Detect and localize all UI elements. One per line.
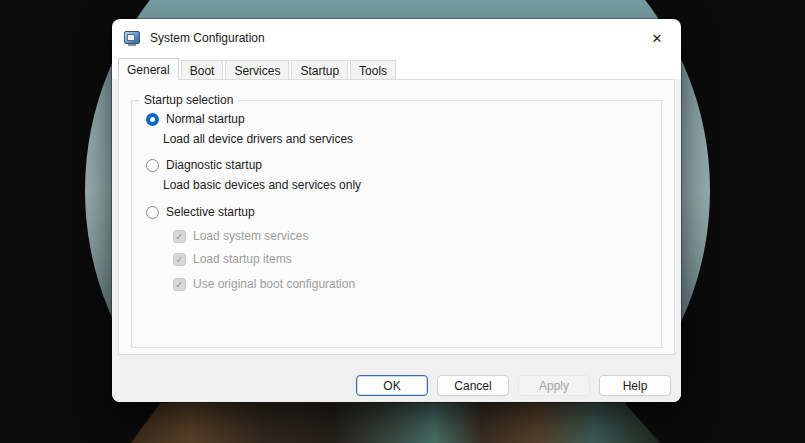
cancel-button[interactable]: Cancel <box>437 375 509 396</box>
radio-diagnostic-startup-label: Diagnostic startup <box>166 158 262 172</box>
help-button[interactable]: Help <box>599 375 671 396</box>
checkbox-checked-disabled-icon: ✓ <box>173 230 186 243</box>
radio-unselected-icon <box>146 206 159 219</box>
tab-boot[interactable]: Boot <box>181 60 224 79</box>
radio-unselected-icon <box>146 159 159 172</box>
tab-general[interactable]: General <box>118 58 179 80</box>
tab-tools[interactable]: Tools <box>350 60 396 79</box>
close-icon: ✕ <box>652 31 663 46</box>
normal-startup-description: Load all device drivers and services <box>163 132 661 146</box>
radio-selected-icon <box>146 113 159 126</box>
tab-services[interactable]: Services <box>225 60 289 79</box>
radio-normal-startup[interactable]: Normal startup <box>146 112 661 126</box>
window-title: System Configuration <box>150 31 265 45</box>
general-tab-page: Startup selection Normal startup Load al… <box>118 79 675 355</box>
apply-button: Apply <box>518 375 590 396</box>
group-title: Startup selection <box>139 93 238 107</box>
tab-strip: General Boot Services Startup Tools <box>118 57 398 79</box>
checkbox-use-original-boot-configuration-label: Use original boot configuration <box>193 277 355 291</box>
checkbox-load-startup-items: ✓ Load startup items <box>173 252 661 266</box>
radio-diagnostic-startup[interactable]: Diagnostic startup <box>146 158 661 172</box>
close-button[interactable]: ✕ <box>646 27 668 49</box>
radio-selective-startup[interactable]: Selective startup <box>146 205 661 219</box>
checkbox-use-original-boot-configuration: ✓ Use original boot configuration <box>173 277 661 291</box>
checkbox-load-system-services: ✓ Load system services <box>173 229 661 243</box>
radio-normal-startup-label: Normal startup <box>166 112 245 126</box>
checkbox-load-system-services-label: Load system services <box>193 229 308 243</box>
tab-startup[interactable]: Startup <box>291 60 348 79</box>
wallpaper-rocks <box>95 403 690 443</box>
system-configuration-window: System Configuration ✕ General Boot Serv… <box>112 19 681 402</box>
radio-selective-startup-label: Selective startup <box>166 205 255 219</box>
diagnostic-startup-description: Load basic devices and services only <box>163 178 661 192</box>
startup-selection-group: Startup selection Normal startup Load al… <box>131 100 662 348</box>
checkbox-load-startup-items-label: Load startup items <box>193 252 292 266</box>
title-bar: System Configuration ✕ <box>112 19 681 57</box>
ok-button[interactable]: OK <box>356 375 428 396</box>
dialog-button-row: OK Cancel Apply Help <box>356 375 671 396</box>
checkbox-checked-disabled-icon: ✓ <box>173 278 186 291</box>
msconfig-icon <box>124 31 140 46</box>
checkbox-checked-disabled-icon: ✓ <box>173 253 186 266</box>
